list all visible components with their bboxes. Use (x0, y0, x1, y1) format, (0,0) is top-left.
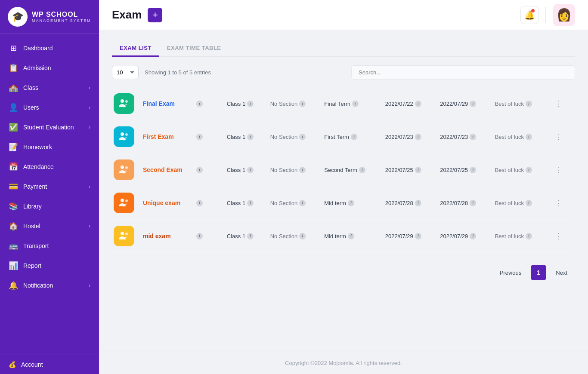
sidebar-item-student-evaluation[interactable]: ✅ Student Evaluation › (0, 117, 99, 137)
sidebar-item-homework[interactable]: 📝 Homework (0, 137, 99, 157)
exam-note-cell: Best of luck i (491, 220, 547, 253)
info-icon: i (348, 233, 354, 239)
add-exam-button[interactable]: + (148, 8, 162, 22)
exam-startdate-2: 2022/07/23 (385, 134, 413, 140)
svg-point-5 (125, 166, 128, 169)
exam-section-5: No Section (270, 233, 298, 239)
info-icon: i (247, 233, 254, 239)
exam-enddate-4: 2022/07/28 (440, 200, 468, 206)
exam-class-2: Class 1 (227, 134, 245, 140)
sidebar-item-users[interactable]: 👤 Users › (0, 98, 99, 117)
exam-name-3: Second Exam (143, 166, 195, 173)
exam-class-cell: Class 1 i (223, 87, 266, 120)
exam-name-cell: Unique exam i (139, 187, 223, 220)
previous-button[interactable]: Previous (494, 266, 528, 279)
payment-icon: 💳 (9, 182, 18, 191)
info-icon: i (526, 167, 532, 173)
exam-icon-1 (114, 93, 134, 114)
more-options-button-4[interactable]: ⋮ (551, 196, 566, 209)
exam-term-4: Mid term (324, 200, 346, 206)
exam-icon-2 (114, 126, 134, 147)
exam-startdate-cell: 2022/07/29 i (381, 220, 436, 253)
chevron-right-icon: › (89, 223, 90, 229)
sidebar-label-hostel: Hostel (23, 223, 84, 230)
exam-startdate-cell: 2022/07/28 i (381, 187, 436, 220)
sidebar-item-notification[interactable]: 🔔 Notification › (0, 276, 99, 295)
info-icon: i (247, 200, 254, 206)
info-icon: i (196, 167, 203, 173)
showing-text: Showing 1 to 5 of 5 entries (145, 69, 345, 76)
hostel-icon: 🏠 (9, 221, 18, 231)
svg-point-4 (121, 166, 124, 169)
avatar-icon: 👩 (557, 8, 572, 22)
sidebar-label-report: Report (23, 262, 41, 269)
sidebar-item-class[interactable]: 🏫 Class › (0, 78, 99, 98)
chevron-right-icon: › (89, 184, 90, 190)
sidebar-item-hostel[interactable]: 🏠 Hostel › (0, 216, 99, 236)
sidebar-item-library[interactable]: 📚 Library (0, 196, 99, 216)
svg-point-1 (125, 100, 128, 103)
sidebar-item-attendance[interactable]: 📅 Attendance (0, 157, 99, 177)
brand-sub: MANAGEMENT SYSTEM (32, 18, 91, 23)
exam-class-cell: Class 1 i (223, 153, 266, 187)
sidebar-item-payment[interactable]: 💳 Payment › (0, 177, 99, 196)
logo-icon: 🎓 (8, 7, 28, 27)
chevron-right-icon: › (89, 282, 90, 288)
info-icon: i (470, 134, 476, 140)
sidebar-label-class: Class (23, 84, 84, 91)
info-icon: i (299, 167, 306, 173)
svg-point-2 (121, 132, 124, 136)
svg-point-7 (125, 199, 128, 202)
page-1-button[interactable]: 1 (531, 265, 546, 280)
exam-section-3: No Section (270, 167, 298, 173)
exam-enddate-1: 2022/07/29 (440, 101, 468, 107)
svg-point-8 (121, 232, 124, 235)
sidebar-item-transport[interactable]: 🚌 Transport (0, 236, 99, 256)
users-icon: 👤 (9, 103, 18, 112)
search-input[interactable] (351, 65, 575, 80)
tab-exam-timetable[interactable]: EXAM TIME TABLE (159, 40, 229, 57)
exam-enddate-cell: 2022/07/29 i (436, 87, 491, 120)
exam-class-1: Class 1 (227, 101, 245, 107)
more-options-button-2[interactable]: ⋮ (551, 130, 566, 143)
page-content: EXAM LISTEXAM TIME TABLE 10 25 50 100 Sh… (99, 30, 588, 352)
tab-exam-list[interactable]: EXAM LIST (112, 40, 159, 57)
exam-term-cell: First Term i (320, 120, 381, 153)
sidebar-logo[interactable]: 🎓 WP SCHOOL MANAGEMENT SYSTEM (0, 0, 99, 34)
entries-select[interactable]: 10 25 50 100 (112, 66, 139, 79)
exam-section-4: No Section (270, 200, 298, 206)
attendance-icon: 📅 (9, 162, 18, 172)
svg-point-9 (125, 233, 128, 235)
account-icon: 💰 (9, 361, 16, 368)
exam-note-5: Best of luck (495, 233, 524, 239)
info-icon: i (352, 101, 359, 107)
exam-name-4: Unique exam (143, 199, 195, 206)
info-icon: i (526, 101, 532, 107)
svg-point-3 (125, 133, 128, 136)
exam-note-cell: Best of luck i (491, 120, 547, 153)
brand-name: WP SCHOOL (32, 10, 91, 18)
exam-class-5: Class 1 (227, 233, 245, 239)
more-options-button-1[interactable]: ⋮ (551, 97, 566, 110)
exam-name-cell: First Exam i (139, 120, 223, 153)
sidebar-item-dashboard[interactable]: ⊞ Dashboard (0, 38, 99, 58)
topbar-title: Exam + (112, 8, 162, 22)
info-icon: i (299, 101, 306, 107)
info-icon: i (247, 134, 254, 140)
sidebar-item-report[interactable]: 📊 Report (0, 256, 99, 276)
table-controls: 10 25 50 100 Showing 1 to 5 of 5 entries (112, 65, 575, 80)
exam-term-cell: Mid term i (320, 220, 381, 253)
sidebar-label-dashboard: Dashboard (23, 45, 53, 52)
more-options-button-3[interactable]: ⋮ (551, 163, 566, 176)
exam-enddate-cell: 2022/07/28 i (436, 187, 491, 220)
exam-actions-cell: ⋮ (547, 87, 575, 120)
next-button[interactable]: Next (550, 266, 573, 279)
more-options-button-5[interactable]: ⋮ (551, 230, 566, 242)
sidebar-item-admission[interactable]: 📋 Admission (0, 58, 99, 78)
info-icon: i (526, 233, 532, 239)
avatar-button[interactable]: 👩 (553, 4, 575, 26)
notification-button[interactable]: 🔔 (520, 6, 538, 24)
chevron-right-icon: › (89, 104, 90, 110)
sidebar-item-account[interactable]: 💰 Account (0, 355, 99, 374)
exam-note-cell: Best of luck i (491, 153, 547, 187)
